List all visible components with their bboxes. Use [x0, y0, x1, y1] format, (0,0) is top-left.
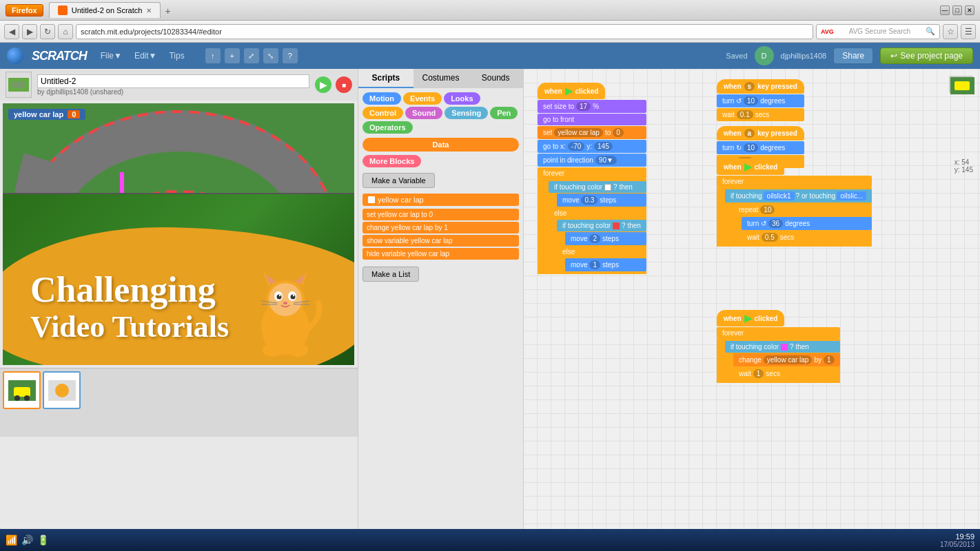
var-checkbox[interactable]: [368, 196, 375, 203]
search-icon[interactable]: 🔍: [926, 27, 935, 36]
coord-x: x: 54: [955, 158, 973, 166]
sprite-name-input[interactable]: [37, 74, 309, 88]
pen-category[interactable]: Pen: [490, 107, 518, 119]
tab-costumes[interactable]: Costumes: [414, 69, 469, 88]
search-bar[interactable]: AVG AVG Secure Search 🔍: [816, 24, 940, 39]
firefox-button[interactable]: Firefox: [6, 4, 43, 17]
help-icon[interactable]: ?: [283, 48, 298, 63]
menu-btn[interactable]: ☰: [961, 24, 976, 39]
scratch-tools: ↑ + ⤢ ⤡ ?: [205, 48, 298, 63]
sound-category[interactable]: Sound: [405, 107, 442, 119]
scripts-canvas: when ▶ clicked set size to 17 % go to fr…: [524, 69, 980, 551]
scripts-area[interactable]: when ▶ clicked set size to 17 % go to fr…: [524, 69, 980, 551]
tutorial-title: Challenging: [30, 270, 229, 309]
share-button[interactable]: Share: [833, 48, 873, 64]
hat-block-2[interactable]: when s key pressed: [717, 79, 804, 94]
set-variable-block[interactable]: set yellow car lap to 0: [363, 209, 519, 220]
url-text: scratch.mit.edu/projects/10283344/#edito…: [81, 28, 222, 36]
make-list-btn[interactable]: Make a List: [363, 267, 419, 282]
see-project-button[interactable]: ↩ See project page: [880, 48, 973, 64]
forever-block[interactable]: forever: [538, 167, 646, 179]
go-to-front-block[interactable]: go to front: [538, 114, 646, 125]
more-blocks-category[interactable]: More Blocks: [363, 155, 421, 167]
control-category[interactable]: Control: [363, 107, 403, 119]
green-flag-btn[interactable]: ▶: [315, 76, 331, 93]
back-btn[interactable]: ◀: [4, 24, 19, 39]
user-avatar[interactable]: D: [755, 46, 774, 65]
volume-icon: 🔊: [21, 534, 33, 545]
reload-btn[interactable]: ↻: [40, 24, 55, 39]
set-var-block[interactable]: set yellow car lap to 0: [538, 126, 646, 139]
upload-icon[interactable]: ↑: [205, 48, 221, 63]
code-group-1: when ▶ clicked set size to 17 % go to fr…: [538, 83, 646, 275]
move-1-block[interactable]: move 1 steps: [565, 258, 646, 271]
hide-variable-block[interactable]: hide variable yellow car lap: [363, 248, 519, 260]
move-2-block[interactable]: move 2 steps: [565, 232, 646, 245]
maximize-btn[interactable]: □: [952, 6, 962, 15]
tab-close-btn[interactable]: ✕: [146, 7, 152, 14]
set-size-block[interactable]: set size to 17 %: [538, 100, 646, 113]
forever-block-3[interactable]: forever: [717, 327, 840, 339]
sensing-category[interactable]: Sensing: [445, 107, 488, 119]
scratch-globe-icon[interactable]: [7, 48, 23, 64]
stop-btn[interactable]: ■: [336, 76, 352, 93]
hat-block-5[interactable]: when ▶ clicked: [717, 310, 784, 326]
else-block-1: else: [549, 207, 646, 219]
events-category[interactable]: Events: [403, 92, 442, 105]
sprite-item-2[interactable]: [43, 371, 81, 409]
thumbnail-overlay: Challenging Video Tutorials: [3, 193, 354, 365]
turn-36-block[interactable]: turn ↺ 36 degrees: [742, 217, 872, 230]
move-03-block[interactable]: move 0.3 steps: [557, 194, 646, 207]
hat-block-3[interactable]: when a key pressed: [717, 126, 804, 141]
wait-01-block-1[interactable]: wait 0.1 secs: [717, 108, 804, 121]
variable-block[interactable]: yellow car lap: [363, 194, 519, 206]
go-to-xy-block[interactable]: go to x: -70 y: 145: [538, 140, 646, 153]
make-variable-btn[interactable]: Make a Variable: [363, 173, 435, 188]
if-touching-color-2[interactable]: if touching color ? then: [557, 220, 646, 231]
taskbar-time: 19:59: [940, 532, 974, 541]
turn-left-block[interactable]: turn ↺ 10 degrees: [717, 94, 804, 107]
change-variable-block[interactable]: change yellow car lap by 1: [363, 222, 519, 233]
file-menu[interactable]: File▼: [95, 49, 127, 63]
new-tab-button[interactable]: +: [161, 4, 174, 18]
forever-block-2[interactable]: forever: [717, 176, 872, 187]
point-in-dir-block[interactable]: point in direction 90▼: [538, 154, 646, 167]
hat-block-4[interactable]: when ▶ clicked: [717, 158, 784, 175]
turn-right-block[interactable]: turn ↻ 10 degrees: [717, 141, 804, 154]
if-touching-color-3[interactable]: if touching color ? then: [725, 341, 840, 353]
looks-category[interactable]: Looks: [444, 92, 480, 105]
minimize-btn[interactable]: —: [940, 6, 950, 15]
wait-05-block[interactable]: wait 0.5 secs: [742, 231, 872, 244]
edit-menu[interactable]: Edit▼: [129, 49, 163, 63]
bookmark-btn[interactable]: ☆: [943, 24, 958, 39]
username[interactable]: djphillips1408: [781, 52, 827, 60]
shrink-icon[interactable]: ⤡: [263, 48, 278, 63]
hat-block-1[interactable]: when ▶ clicked: [538, 83, 605, 99]
scratch-menu: File▼ Edit▼ Tips: [95, 49, 190, 63]
lap-inner: change yellow car lap by 1 wait 1 secs: [725, 353, 840, 380]
if-touching-color-1[interactable]: if touching color ? then: [549, 181, 646, 193]
tab-scripts[interactable]: Scripts: [358, 69, 414, 88]
sprite-item-car[interactable]: [3, 371, 41, 409]
if-touching-oilslick[interactable]: if touching oilslick1 ? or touching oils…: [725, 189, 872, 202]
close-btn[interactable]: ✕: [965, 6, 974, 15]
more-blocks-row: More Blocks: [363, 154, 519, 167]
repeat-block[interactable]: repeat 10: [733, 203, 872, 216]
wait-1-block[interactable]: wait 1 secs: [733, 367, 840, 380]
svg-point-31: [287, 343, 308, 357]
active-tab[interactable]: Untitled-2 on Scratch ✕: [49, 2, 161, 18]
motion-category[interactable]: Motion: [363, 92, 401, 105]
show-variable-block[interactable]: show variable yellow car lap: [363, 235, 519, 247]
tips-menu[interactable]: Tips: [163, 49, 190, 63]
fullscreen-icon[interactable]: ⤢: [244, 48, 259, 63]
url-bar[interactable]: scratch.mit.edu/projects/10283344/#edito…: [76, 24, 813, 39]
tab-sounds[interactable]: Sounds: [468, 69, 523, 88]
data-category[interactable]: Data: [363, 138, 519, 152]
avg-logo: AVG: [821, 28, 834, 35]
home-btn[interactable]: ⌂: [58, 24, 73, 39]
change-lap-block[interactable]: change yellow car lap by 1: [733, 353, 840, 366]
add-icon[interactable]: +: [225, 48, 240, 63]
operators-category[interactable]: Operators: [363, 121, 413, 134]
forward-btn[interactable]: ▶: [22, 24, 37, 39]
lap-label: yellow car lap: [14, 110, 63, 118]
